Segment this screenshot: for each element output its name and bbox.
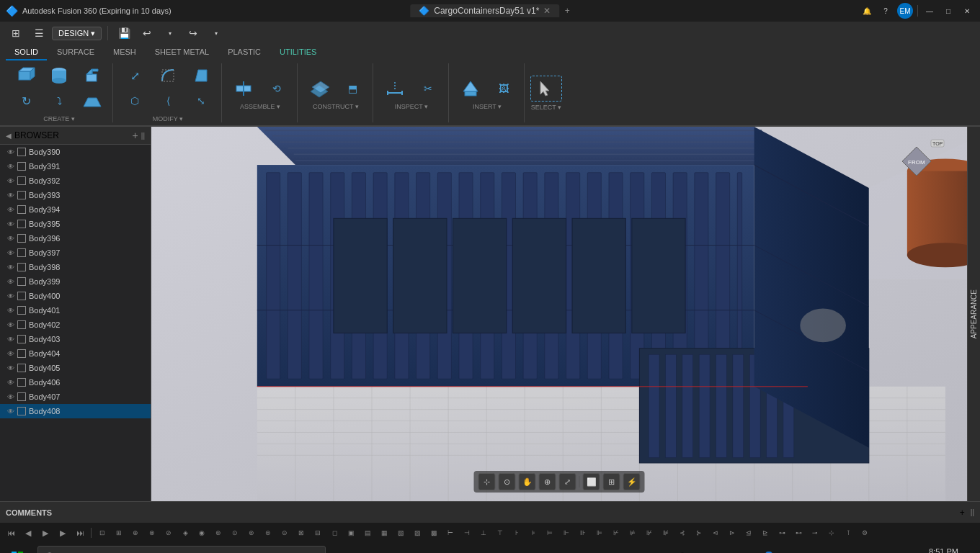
- select-tool-38[interactable]: ⊲: [708, 525, 723, 541]
- appearance-side-panel[interactable]: APPEARANCE: [967, 127, 980, 501]
- browser-item-body402[interactable]: 👁 Body402: [0, 318, 151, 332]
- first-frame-btn[interactable]: ⏮: [3, 525, 19, 541]
- help-icon[interactable]: ?: [878, 4, 893, 18]
- tab-surface[interactable]: SURFACE: [48, 45, 103, 60]
- browser-item-body391[interactable]: 👁 Body391: [0, 159, 151, 174]
- browser-item-body405[interactable]: 👁 Body405: [0, 361, 151, 375]
- btn-cylinder[interactable]: [43, 63, 75, 88]
- visibility-eye-icon[interactable]: 👁: [7, 163, 14, 171]
- app-chrome2[interactable]: ◎: [727, 544, 753, 553]
- env-btn[interactable]: ⚡: [623, 473, 641, 490]
- browser-item-body396[interactable]: 👁 Body396: [0, 231, 151, 246]
- select-tool-24[interactable]: ⊥: [476, 525, 491, 541]
- select-tool-42[interactable]: ⊶: [774, 525, 790, 541]
- browser-item-body394[interactable]: 👁 Body394: [0, 202, 151, 217]
- select-tool-17[interactable]: ▤: [360, 525, 375, 541]
- maximize-btn[interactable]: □: [941, 4, 956, 18]
- visibility-eye-icon[interactable]: 👁: [7, 220, 14, 228]
- zoom-btn[interactable]: ⊕: [539, 473, 556, 490]
- app-office[interactable]: ⊛: [612, 544, 638, 553]
- select-tool-16[interactable]: ▣: [343, 525, 359, 541]
- display-btn[interactable]: ⬜: [583, 473, 600, 490]
- check-box[interactable]: [17, 234, 26, 243]
- select-tool-40[interactable]: ⊴: [741, 525, 757, 541]
- visibility-eye-icon[interactable]: 👁: [7, 307, 14, 315]
- app-edge[interactable]: ◑: [410, 544, 436, 553]
- tab-solid[interactable]: SOLID: [6, 45, 47, 60]
- collapse-icon[interactable]: ||: [971, 508, 974, 516]
- redo-dropdown[interactable]: ▾: [206, 23, 226, 43]
- check-box[interactable]: [17, 148, 26, 156]
- next-frame-btn[interactable]: ▶: [55, 525, 71, 541]
- btn-press-pull[interactable]: ⤢: [119, 63, 151, 88]
- visibility-eye-icon[interactable]: 👁: [7, 177, 14, 185]
- browser-item-body395[interactable]: 👁 Body395: [0, 217, 151, 231]
- visibility-eye-icon[interactable]: 👁: [7, 292, 14, 300]
- select-tool-10[interactable]: ⊚: [244, 525, 259, 541]
- navcube[interactable]: FROM TOP: [888, 132, 945, 190]
- btn-shell[interactable]: ⬡: [119, 89, 151, 113]
- visibility-eye-icon[interactable]: 👁: [7, 249, 14, 257]
- undo-dropdown[interactable]: ▾: [160, 23, 180, 43]
- browser-collapse-icon[interactable]: ◀: [6, 132, 12, 140]
- browser-item-body403[interactable]: 👁 Body403: [0, 332, 151, 346]
- undo-btn[interactable]: ↩: [137, 23, 157, 43]
- btn-section[interactable]: ✂: [412, 76, 444, 101]
- check-box[interactable]: [17, 263, 26, 271]
- select-tool-36[interactable]: ⊰: [674, 525, 690, 541]
- close-btn[interactable]: ✕: [960, 4, 974, 18]
- search-bar[interactable]: 🔍: [37, 546, 326, 553]
- taskview-btn[interactable]: ⊟: [381, 544, 407, 553]
- visibility-eye-icon[interactable]: 👁: [7, 364, 14, 372]
- btn-select[interactable]: [530, 76, 562, 102]
- btn-insert-mesh[interactable]: [455, 76, 486, 101]
- select-tool-25[interactable]: ⊤: [492, 525, 508, 541]
- btn-measure[interactable]: [379, 76, 411, 101]
- browser-item-body401[interactable]: 👁 Body401: [0, 303, 151, 318]
- prev-frame-btn[interactable]: ◀: [20, 525, 36, 541]
- select-tool-43[interactable]: ⊷: [790, 525, 806, 541]
- tab-mesh[interactable]: MESH: [104, 45, 145, 60]
- select-tool-37[interactable]: ⊱: [691, 525, 707, 541]
- select-tool-29[interactable]: ⊩: [558, 525, 574, 541]
- select-tool-34[interactable]: ⊮: [641, 525, 657, 541]
- select-tool-7[interactable]: ◉: [194, 525, 210, 541]
- select-tool-33[interactable]: ⊭: [625, 525, 641, 541]
- select-tool-18[interactable]: ▦: [376, 525, 392, 541]
- visibility-eye-icon[interactable]: 👁: [7, 264, 14, 271]
- visibility-eye-icon[interactable]: 👁: [7, 206, 14, 214]
- browser-item-body400[interactable]: 👁 Body400: [0, 289, 151, 303]
- check-box[interactable]: [17, 378, 26, 387]
- check-box[interactable]: [17, 248, 26, 257]
- app-tripadvisor[interactable]: ✈: [583, 544, 609, 553]
- btn-loft[interactable]: [76, 89, 108, 113]
- browser-item-body406[interactable]: 👁 Body406: [0, 375, 151, 390]
- select-tool-12[interactable]: ⊝: [277, 525, 293, 541]
- btn-box[interactable]: [10, 63, 42, 88]
- check-box[interactable]: [17, 407, 26, 415]
- check-box[interactable]: [17, 335, 26, 343]
- select-tool-8[interactable]: ⊛: [210, 525, 226, 541]
- orbit-btn[interactable]: ⊹: [478, 473, 496, 490]
- minimize-btn[interactable]: —: [922, 4, 937, 18]
- select-tool-32[interactable]: ⊬: [608, 525, 624, 541]
- redo-btn[interactable]: ↪: [183, 23, 203, 43]
- visibility-eye-icon[interactable]: 👁: [7, 408, 14, 415]
- app-users[interactable]: 👤: [756, 544, 782, 553]
- grid-icon[interactable]: ⊞: [6, 23, 26, 43]
- check-box[interactable]: [17, 220, 26, 228]
- new-tab-btn[interactable]: +: [565, 6, 570, 16]
- clock[interactable]: 8:51 PM 6/7/2022: [927, 547, 958, 553]
- visibility-eye-icon[interactable]: 👁: [7, 393, 14, 401]
- select-tool-20[interactable]: ▨: [409, 525, 425, 541]
- user-avatar[interactable]: EM: [897, 3, 913, 19]
- browser-item-body407[interactable]: 👁 Body407: [0, 390, 151, 404]
- btn-midplane[interactable]: ⬒: [337, 76, 368, 101]
- browser-item-body397[interactable]: 👁 Body397: [0, 246, 151, 260]
- select-tool-31[interactable]: ⊫: [592, 525, 607, 541]
- visibility-eye-icon[interactable]: 👁: [7, 321, 14, 329]
- select-tool-6[interactable]: ◈: [177, 525, 193, 541]
- select-tool-13[interactable]: ⊠: [293, 525, 309, 541]
- app-explorer[interactable]: 📁: [439, 544, 465, 553]
- select-tool-27[interactable]: ⊧: [525, 525, 541, 541]
